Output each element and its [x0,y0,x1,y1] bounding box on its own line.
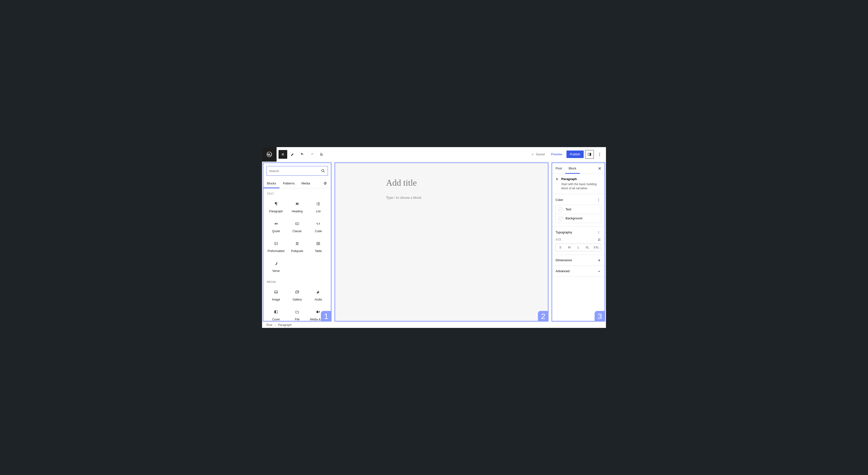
size-m[interactable]: M [565,244,574,251]
list-view-icon [319,152,324,156]
saved-label: Saved [536,152,545,156]
block-heading[interactable]: Heading [286,197,308,217]
classic-icon [294,221,300,227]
typography-options-button[interactable] [596,230,601,235]
size-s[interactable]: S [556,244,565,251]
search-icon [321,169,325,173]
dots-vertical-icon [597,152,602,156]
svg-point-3 [599,153,600,153]
wordpress-logo[interactable] [262,147,277,161]
paragraph-icon [273,201,279,207]
inserter-tab-blocks[interactable]: Blocks [264,179,279,188]
block-file[interactable]: File [286,305,308,321]
svg-point-5 [599,155,600,156]
sidebar-icon [587,152,592,156]
editor-canvas-panel: Add title Type / to choose a block 2 [335,162,549,322]
inserter-tabs: Blocks Patterns Media [264,179,331,188]
svg-point-6 [321,169,324,172]
size-label: Size [556,238,562,241]
typography-section: Typography Size S M L XL XXL [552,227,604,255]
pullquote-icon [294,241,300,246]
inserter-category-media-label: Media [266,276,329,285]
close-settings-button[interactable] [595,164,604,173]
svg-point-25 [598,232,599,233]
settings-tabs: Post Block [552,163,604,174]
redo-icon [310,152,314,156]
size-l[interactable]: L [574,244,583,251]
editor-body: Blocks Patterns Media Text Paragraph Hea… [262,161,606,322]
size-xl[interactable]: XL [583,244,592,251]
block-breadcrumb: Post › Paragraph [262,322,606,328]
toggle-inserter-button[interactable] [279,150,287,159]
explore-all-patterns-button[interactable] [321,179,330,188]
block-verse[interactable]: Verse [266,257,286,276]
publish-button[interactable]: Publish [566,150,584,158]
explore-icon [323,181,328,186]
dots-vertical-icon [597,231,600,234]
heading-icon [294,201,300,207]
editor-canvas[interactable]: Add title Type / to choose a block [335,163,548,321]
block-classic[interactable]: Classic [286,217,308,237]
paragraph-placeholder[interactable]: Type / to choose a block [335,196,548,200]
block-image[interactable]: Image [266,285,286,305]
check-icon [531,153,534,156]
toolbar-right-group: Saved Preview Publish [529,150,606,159]
tools-button[interactable] [288,150,297,159]
svg-rect-13 [297,243,298,244]
sliders-icon[interactable] [597,238,601,242]
svg-point-21 [598,199,599,199]
block-preformatted[interactable]: Preformatted [266,237,286,257]
options-button[interactable] [595,150,604,159]
block-table[interactable]: Table [308,237,329,257]
block-paragraph[interactable]: Paragraph [266,197,286,217]
settings-tab-block[interactable]: Block [565,163,580,174]
inserter-tab-media[interactable]: Media [298,179,313,188]
block-gallery[interactable]: Gallery [286,285,308,305]
color-section: Color Text Background [552,194,604,227]
block-cover[interactable]: Cover [266,305,286,321]
block-code[interactable]: Code [308,217,329,237]
color-options-button[interactable] [596,198,601,202]
svg-rect-18 [275,311,276,314]
close-icon [597,166,602,171]
dimensions-section-toggle[interactable]: Dimensions [552,255,604,266]
cover-icon [273,309,279,315]
svg-rect-19 [317,311,318,313]
settings-toggle-button[interactable] [585,150,594,159]
inserter-search-wrap [264,163,331,179]
breadcrumb-post[interactable]: Post [267,323,272,327]
inserter-search-input[interactable] [269,169,321,173]
image-icon [273,289,279,295]
media-text-icon [315,309,321,315]
preview-button[interactable]: Preview [548,150,565,158]
wordpress-icon [267,151,272,157]
toolbar-left-group [277,150,326,159]
editor-frame: Saved Preview Publish Blocks Pat [262,147,606,328]
annotation-number-2: 2 [538,311,549,322]
audio-icon [315,289,321,295]
list-icon [315,201,321,207]
block-audio[interactable]: Audio [308,285,329,305]
table-icon [315,241,321,246]
block-pullquote[interactable]: Pullquote [286,237,308,257]
size-xxl[interactable]: XXL [592,244,601,251]
inserter-body: Text Paragraph Heading List Quote Classi… [264,188,331,321]
block-description: Start with the basic building block of a… [561,182,601,190]
svg-rect-11 [296,223,299,225]
color-background-button[interactable]: Background [556,214,601,223]
block-quote[interactable]: Quote [266,217,286,237]
inserter-tab-patterns[interactable]: Patterns [279,179,298,188]
undo-button[interactable] [298,150,307,159]
document-overview-button[interactable] [317,150,326,159]
chevron-right-icon: › [275,323,276,327]
block-list[interactable]: List [308,197,329,217]
breadcrumb-paragraph[interactable]: Paragraph [278,323,291,327]
redo-button[interactable] [308,150,316,159]
advanced-section-toggle[interactable]: Advanced [552,266,604,277]
post-title-input[interactable]: Add title [335,178,548,188]
settings-tab-post[interactable]: Post [552,163,565,174]
block-inserter-panel: Blocks Patterns Media Text Paragraph Hea… [263,162,332,322]
color-text-button[interactable]: Text [556,205,601,214]
inserter-search-box[interactable] [267,166,328,176]
block-summary-section: Paragraph Start with the basic building … [552,174,604,194]
